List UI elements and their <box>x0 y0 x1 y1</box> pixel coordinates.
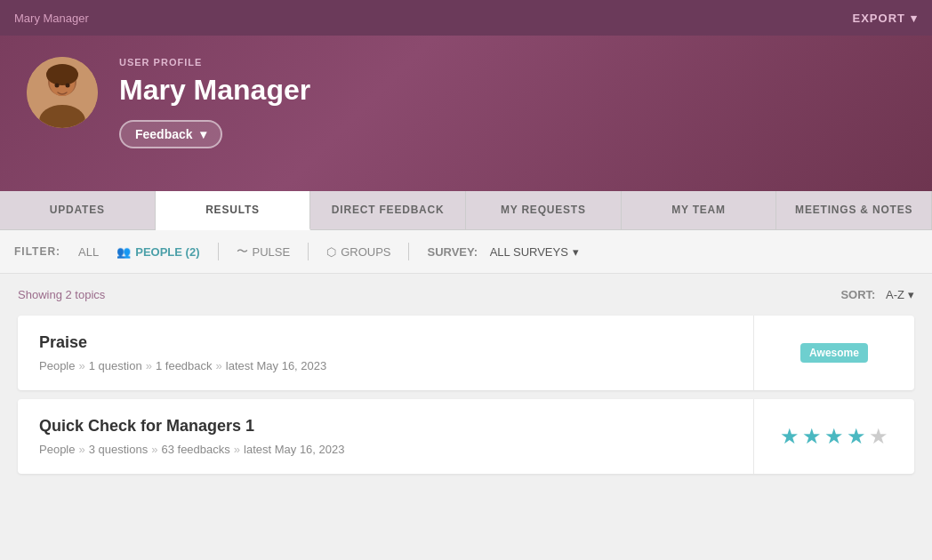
profile-info: USER PROFILE Mary Manager Feedback <box>119 57 310 148</box>
sort-control[interactable]: SORT: A-Z <box>840 288 914 301</box>
feedback-chevron-icon <box>200 127 206 141</box>
tab-results[interactable]: RESULTS <box>156 191 311 230</box>
star-3: ★ <box>824 424 844 449</box>
tabs-bar: UPDATES RESULTS DIRECT FEEDBACK MY REQUE… <box>0 191 932 230</box>
sort-value: A-Z <box>886 288 904 301</box>
top-nav-title: Mary Manager <box>14 12 89 25</box>
feedback-dropdown-button[interactable]: Feedback <box>119 120 222 148</box>
topic-card-left-quickcheck: Quick Check for Managers 1 People » 3 qu… <box>18 399 754 474</box>
pulse-icon: 〜 <box>237 244 248 260</box>
topic-card-right-quickcheck: ★ ★ ★ ★ ★ <box>754 399 914 474</box>
filter-bar: FILTER: ALL 👥 PEOPLE (2) 〜 PULSE ⬡ GROUP… <box>0 230 932 274</box>
star-1: ★ <box>780 424 799 449</box>
groups-icon: ⬡ <box>326 245 336 259</box>
topic-card-praise: Praise People » 1 question » 1 feedback … <box>18 316 914 390</box>
filter-groups[interactable]: ⬡ GROUPS <box>326 245 390 259</box>
tab-my-team[interactable]: MY TEAM <box>622 191 777 229</box>
topic-card-quickcheck: Quick Check for Managers 1 People » 3 qu… <box>18 399 914 474</box>
user-profile-label: USER PROFILE <box>119 57 310 68</box>
survey-filter[interactable]: SURVEY: ALL SURVEYS <box>427 245 578 259</box>
topic-title-praise[interactable]: Praise <box>39 333 732 352</box>
tab-updates[interactable]: UPDATES <box>0 191 156 229</box>
survey-chevron-icon <box>573 245 579 259</box>
top-navigation: Mary Manager EXPORT <box>0 0 932 36</box>
star-rating-quickcheck: ★ ★ ★ ★ ★ <box>780 424 888 449</box>
star-2: ★ <box>802 424 822 449</box>
topic-title-quickcheck[interactable]: Quick Check for Managers 1 <box>39 417 732 436</box>
filter-pulse[interactable]: 〜 PULSE <box>237 244 291 260</box>
content-area: Showing 2 topics SORT: A-Z Praise People… <box>0 274 932 560</box>
showing-topics-text: Showing 2 topics <box>18 288 105 301</box>
filter-divider-3 <box>408 243 409 260</box>
filter-label: FILTER: <box>14 245 60 258</box>
export-chevron-icon <box>911 12 918 25</box>
topic-card-left-praise: Praise People » 1 question » 1 feedback … <box>18 316 754 390</box>
profile-name: Mary Manager <box>119 75 310 106</box>
star-5: ★ <box>869 424 888 449</box>
sort-chevron-icon <box>908 288 914 301</box>
tab-direct-feedback[interactable]: DIRECT FEEDBACK <box>310 191 466 229</box>
svg-point-7 <box>27 57 98 128</box>
showing-row: Showing 2 topics SORT: A-Z <box>18 288 914 301</box>
profile-header: USER PROFILE Mary Manager Feedback <box>0 36 932 191</box>
topic-meta-quickcheck: People » 3 questions » 63 feedbacks » la… <box>39 443 732 456</box>
filter-all[interactable]: ALL <box>78 245 99 259</box>
topic-meta-praise: People » 1 question » 1 feedback » lates… <box>39 359 732 372</box>
export-button[interactable]: EXPORT <box>853 12 918 25</box>
filter-divider-2 <box>308 243 309 260</box>
filter-people[interactable]: 👥 PEOPLE (2) <box>116 245 199 259</box>
tab-my-requests[interactable]: MY REQUESTS <box>466 191 622 229</box>
star-4: ★ <box>847 424 866 449</box>
avatar <box>27 57 98 128</box>
filter-divider-1 <box>218 243 219 260</box>
awesome-badge: Awesome <box>800 343 868 363</box>
tab-meetings-notes[interactable]: MEETINGS & NOTES <box>776 191 932 229</box>
topic-card-right-praise: Awesome <box>754 316 914 390</box>
people-icon: 👥 <box>116 245 131 259</box>
avatar-image <box>27 57 98 128</box>
